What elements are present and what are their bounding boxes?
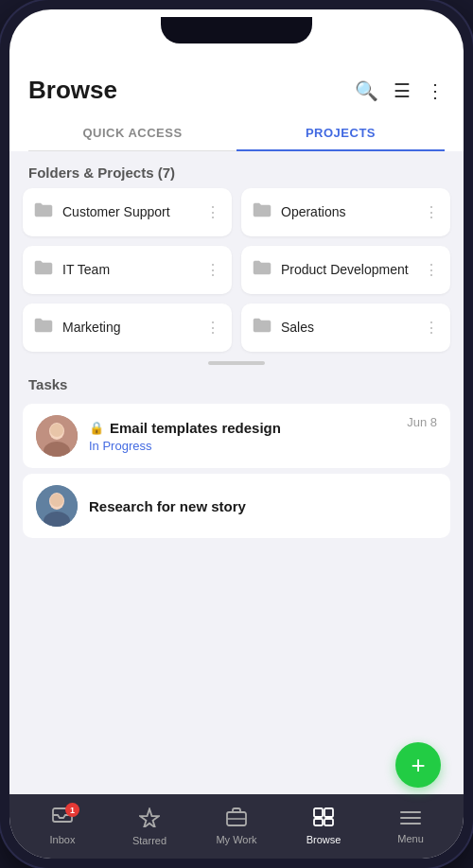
folder-card-product-development[interactable]: Product Development ⋮ bbox=[241, 246, 450, 294]
task-title-row-1: 🔒 Email templates redesign bbox=[89, 420, 437, 436]
folder-left: Operations bbox=[253, 201, 345, 223]
task-status-1: In Progress bbox=[89, 439, 437, 453]
tasks-section-header: Tasks bbox=[9, 369, 464, 398]
folder-name-sales: Sales bbox=[281, 319, 314, 336]
nav-item-browse[interactable]: Browse bbox=[280, 807, 367, 845]
nav-item-inbox[interactable]: 1 Inbox bbox=[19, 807, 106, 845]
inbox-icon: 1 bbox=[52, 807, 73, 831]
folder-dots-sales[interactable]: ⋮ bbox=[424, 319, 439, 337]
task-avatar-1 bbox=[36, 415, 78, 457]
folder-name-product-development: Product Development bbox=[281, 261, 409, 278]
task-info-1: 🔒 Email templates redesign In Progress bbox=[89, 420, 437, 453]
task-info-2: Research for new story bbox=[89, 498, 437, 514]
browse-nav-label: Browse bbox=[307, 834, 342, 845]
svg-rect-11 bbox=[314, 808, 323, 817]
folder-name-customer-support: Customer Support bbox=[62, 203, 170, 220]
screen: Browse 🔍 ☰ ⋮ QUICK ACCESS PROJECTS Folde… bbox=[9, 64, 464, 859]
folder-icon bbox=[34, 317, 53, 339]
nav-item-my-work[interactable]: My Work bbox=[193, 807, 280, 845]
notch-bar bbox=[9, 9, 464, 64]
task-title-row-2: Research for new story bbox=[89, 498, 437, 514]
scroll-indicator bbox=[9, 361, 464, 365]
tab-projects[interactable]: PROJECTS bbox=[236, 116, 445, 151]
folder-icon bbox=[253, 317, 272, 339]
avatar-image-1 bbox=[36, 415, 78, 457]
filter-icon[interactable]: ☰ bbox=[394, 79, 411, 102]
folder-dots-it-team[interactable]: ⋮ bbox=[205, 261, 220, 279]
folder-name-marketing: Marketing bbox=[62, 319, 120, 336]
phone-inner: Browse 🔍 ☰ ⋮ QUICK ACCESS PROJECTS Folde… bbox=[9, 9, 464, 859]
phone-shell: Browse 🔍 ☰ ⋮ QUICK ACCESS PROJECTS Folde… bbox=[0, 0, 473, 868]
scroll-bar bbox=[208, 361, 265, 365]
lock-icon: 🔒 bbox=[89, 421, 104, 435]
tab-bar: QUICK ACCESS PROJECTS bbox=[28, 116, 445, 151]
main-content: Folders & Projects (7) Customer Support bbox=[9, 151, 464, 794]
inbox-badge: 1 bbox=[65, 803, 79, 817]
folder-card-marketing[interactable]: Marketing ⋮ bbox=[23, 304, 232, 352]
task-date-1: Jun 8 bbox=[407, 415, 437, 429]
header-icons: 🔍 ☰ ⋮ bbox=[355, 79, 445, 102]
folder-left: Sales bbox=[253, 317, 314, 339]
tab-quick-access[interactable]: QUICK ACCESS bbox=[28, 116, 236, 151]
menu-icon bbox=[400, 808, 421, 830]
nav-item-menu[interactable]: Menu bbox=[367, 808, 454, 844]
folder-icon bbox=[253, 259, 272, 281]
folders-grid: Customer Support ⋮ Operations bbox=[9, 188, 464, 352]
avatar-image-2 bbox=[36, 485, 78, 527]
inbox-nav-label: Inbox bbox=[50, 834, 76, 845]
folder-name-operations: Operations bbox=[281, 203, 345, 220]
add-fab-button[interactable]: + bbox=[395, 742, 441, 788]
nav-item-starred[interactable]: Starred bbox=[106, 807, 193, 846]
folder-left: Product Development bbox=[253, 259, 409, 281]
browse-icon bbox=[313, 807, 334, 831]
task-title-2: Research for new story bbox=[89, 498, 246, 514]
folders-section-header: Folders & Projects (7) bbox=[9, 151, 464, 188]
task-item-research[interactable]: Research for new story bbox=[23, 474, 450, 538]
app-header: Browse 🔍 ☰ ⋮ QUICK ACCESS PROJECTS bbox=[9, 64, 464, 151]
bottom-navigation: 1 Inbox Starred bbox=[9, 794, 464, 859]
folder-dots-product-development[interactable]: ⋮ bbox=[424, 261, 439, 279]
folder-card-operations[interactable]: Operations ⋮ bbox=[241, 188, 450, 236]
folder-card-sales[interactable]: Sales ⋮ bbox=[241, 304, 450, 352]
folder-left: Customer Support bbox=[34, 201, 170, 223]
svg-rect-14 bbox=[324, 819, 333, 825]
folder-card-customer-support[interactable]: Customer Support ⋮ bbox=[23, 188, 232, 236]
folder-icon bbox=[253, 201, 272, 223]
header-top: Browse 🔍 ☰ ⋮ bbox=[28, 76, 445, 105]
folder-name-it-team: IT Team bbox=[62, 261, 110, 278]
folder-left: Marketing bbox=[34, 317, 120, 339]
search-icon[interactable]: 🔍 bbox=[355, 79, 378, 102]
svg-point-7 bbox=[50, 494, 63, 507]
my-work-nav-label: My Work bbox=[216, 834, 256, 845]
folder-icon bbox=[34, 259, 53, 281]
menu-nav-label: Menu bbox=[397, 833, 424, 844]
more-icon[interactable]: ⋮ bbox=[426, 79, 445, 102]
svg-rect-13 bbox=[314, 819, 323, 825]
briefcase-icon bbox=[226, 807, 247, 831]
folder-dots-customer-support[interactable]: ⋮ bbox=[205, 203, 220, 221]
task-title-1: Email templates redesign bbox=[110, 420, 281, 436]
folder-left: IT Team bbox=[34, 259, 110, 281]
svg-rect-12 bbox=[324, 808, 333, 817]
folder-dots-marketing[interactable]: ⋮ bbox=[205, 319, 220, 337]
folder-card-it-team[interactable]: IT Team ⋮ bbox=[23, 246, 232, 294]
add-icon: + bbox=[411, 753, 425, 777]
star-icon bbox=[139, 807, 160, 832]
task-item-email-templates[interactable]: 🔒 Email templates redesign In Progress J… bbox=[23, 404, 450, 468]
page-title: Browse bbox=[28, 76, 117, 105]
task-avatar-2 bbox=[36, 485, 78, 527]
folder-icon bbox=[34, 201, 53, 223]
folder-dots-operations[interactable]: ⋮ bbox=[424, 203, 439, 221]
starred-nav-label: Starred bbox=[132, 835, 166, 846]
svg-point-3 bbox=[50, 424, 63, 437]
notch bbox=[161, 17, 312, 43]
